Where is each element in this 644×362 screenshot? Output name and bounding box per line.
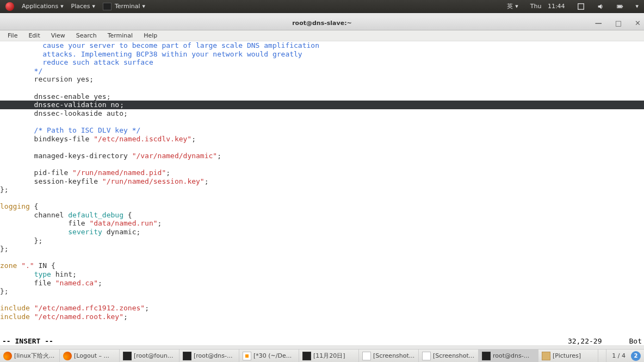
dropdown-icon: ▼ [60, 4, 63, 9]
task-item[interactable]: root@dns-... [479, 349, 538, 362]
mg-icon [422, 352, 431, 360]
mg-icon [362, 352, 371, 360]
menu-edit[interactable]: Edit [23, 31, 45, 40]
bottom-taskbar: [linux下给火...[Logout – ...[root@foun...[r… [0, 349, 644, 362]
task-label: [Logout – ... [74, 352, 109, 359]
vim-mode: -- INSERT -- [2, 337, 53, 345]
menu-view[interactable]: View [46, 31, 71, 40]
svg-rect-0 [578, 3, 584, 9]
fo-icon [542, 352, 550, 360]
task-item[interactable]: [root@dns-... [179, 349, 239, 362]
vim-editor[interactable]: cause your server to become part of larg… [0, 41, 644, 337]
volume-icon[interactable] [593, 0, 608, 13]
minimize-button[interactable]: — [595, 19, 602, 27]
dropdown-icon: ▼ [515, 4, 518, 9]
terminal-icon [103, 3, 112, 10]
tm-icon [482, 352, 491, 360]
menu-terminal[interactable]: Terminal [102, 31, 139, 40]
input-method[interactable]: 英 ▼ [504, 0, 521, 13]
accessibility-icon[interactable] [574, 0, 588, 13]
task-item[interactable]: [Screenshot... [419, 349, 479, 362]
task-item[interactable]: [linux下给火... [0, 349, 60, 362]
system-tray: 1 / 4 2 [606, 349, 644, 362]
task-label: [Screenshot... [373, 352, 414, 359]
top-panel: Applications ▼ Places ▼ Terminal ▼ 英 ▼ T… [0, 0, 644, 13]
ff-icon [63, 352, 72, 360]
text-cursor [119, 102, 120, 109]
workspace-indicator[interactable]: 1 / 4 [610, 352, 628, 359]
close-button[interactable]: ✕ [635, 19, 641, 27]
svg-rect-2 [622, 6, 623, 7]
clock[interactable]: Thu 11:44 [527, 0, 568, 13]
terminal-window: root@dns-slave:~ — □ ✕ File Edit View Se… [0, 16, 644, 345]
tm-icon [183, 352, 191, 360]
task-label: root@dns-... [493, 352, 529, 359]
ge-icon [243, 352, 251, 360]
task-label: [Pictures] [553, 352, 581, 359]
task-item[interactable]: [Pictures] [538, 349, 598, 362]
menu-file[interactable]: File [2, 31, 23, 40]
menu-help[interactable]: Help [138, 31, 163, 40]
dropdown-icon: ▼ [142, 4, 145, 9]
task-label: [linux下给火... [14, 352, 54, 360]
task-label: [root@dns-... [194, 352, 233, 359]
task-label: [Screenshot... [433, 352, 474, 359]
task-item[interactable]: [11月20日] [299, 349, 359, 362]
task-label: [11月20日] [313, 352, 345, 360]
dropdown-icon: ▼ [92, 4, 95, 9]
terminal-launcher[interactable]: Terminal ▼ [100, 0, 148, 13]
maximize-button[interactable]: □ [615, 19, 622, 27]
vim-scroll: Bot [629, 337, 642, 345]
vim-status-line: -- INSERT -- 32,22-29 Bot [0, 337, 644, 345]
activities-logo[interactable] [2, 0, 17, 13]
ff-icon [3, 352, 12, 360]
terminal-menubar: File Edit View Search Terminal Help [0, 30, 644, 41]
fedora-logo-icon [5, 2, 14, 11]
task-item[interactable]: [root@foun... [120, 349, 179, 362]
window-titlebar[interactable]: root@dns-slave:~ — □ ✕ [0, 16, 644, 30]
task-item[interactable]: [Logout – ... [60, 349, 120, 362]
tm-icon [123, 352, 132, 360]
task-label: [*30 (~/De... [253, 352, 292, 359]
notification-badge[interactable]: 2 [631, 351, 641, 361]
user-menu[interactable]: ▼ [633, 0, 642, 13]
svg-rect-3 [617, 5, 621, 8]
tm-icon [302, 352, 311, 360]
task-item[interactable]: [Screenshot... [359, 349, 419, 362]
places-menu[interactable]: Places ▼ [68, 0, 98, 13]
task-item[interactable]: [*30 (~/De... [239, 349, 299, 362]
task-label: [root@foun... [134, 352, 173, 359]
window-title: root@dns-slave:~ [292, 20, 352, 27]
applications-menu[interactable]: Applications ▼ [18, 0, 67, 13]
battery-icon[interactable] [613, 0, 627, 13]
dropdown-icon: ▼ [636, 4, 639, 9]
vim-position: 32,22-29 [568, 337, 602, 345]
menu-search[interactable]: Search [71, 31, 102, 40]
